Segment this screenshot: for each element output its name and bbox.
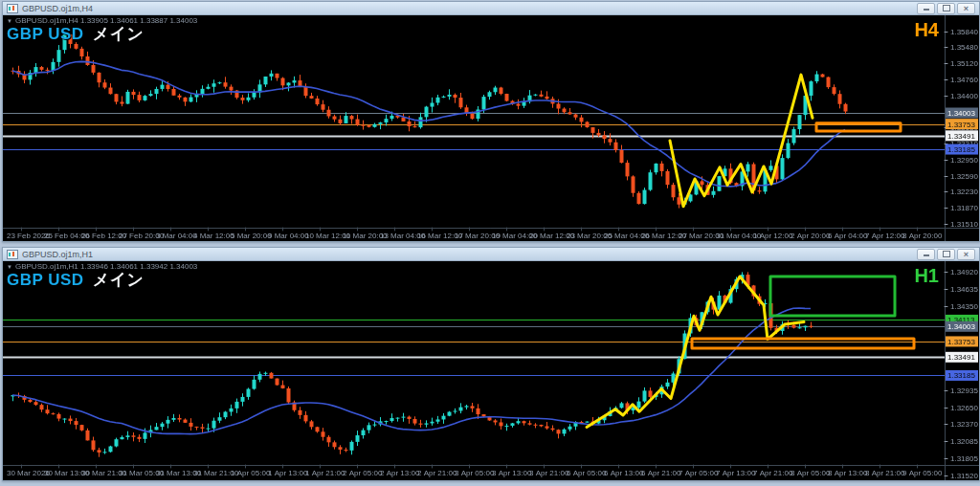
window-titlebar[interactable]: GBPUSD.oj1m,H4 × xyxy=(3,2,979,15)
chart-watermark: GBP USDメイン xyxy=(7,23,144,45)
restore-icon xyxy=(943,5,950,11)
chart-window-icon xyxy=(7,4,18,13)
maximize-icon xyxy=(943,251,950,257)
window-titlebar[interactable]: GBPUSD.oj1m,H1 × xyxy=(3,248,979,261)
chart-window-icon xyxy=(7,250,18,259)
window-title: GBPUSD.oj1m,H1 xyxy=(22,250,917,259)
watermark-symbol: GBP USD xyxy=(7,271,84,289)
close-button[interactable]: × xyxy=(957,3,975,14)
chart-window-h4: GBPUSD.oj1m,H4 × ▼GBPUSD.oj1m,H4 1.33905… xyxy=(2,1,980,242)
close-button[interactable]: × xyxy=(957,249,975,260)
maximize-button[interactable] xyxy=(937,249,955,260)
window-title: GBPUSD.oj1m,H4 xyxy=(22,4,917,13)
window-controls: × xyxy=(917,249,975,260)
close-icon: × xyxy=(964,251,969,258)
mt4-workspace: { "app": {"frame_color": "#b6c6da"}, "wi… xyxy=(0,0,980,486)
h4-chart-canvas[interactable] xyxy=(3,15,979,241)
chart-area-h1: ▼GBPUSD.oj1m,H1 1.33946 1.34061 1.33942 … xyxy=(3,261,979,480)
minimize-button[interactable] xyxy=(917,3,935,14)
restore-button[interactable] xyxy=(937,3,955,14)
timeframe-badge-h4: H4 xyxy=(914,19,939,41)
watermark-note: メイン xyxy=(93,271,145,289)
close-icon: × xyxy=(964,5,969,12)
h1-chart-canvas[interactable] xyxy=(3,261,979,480)
minimize-icon xyxy=(924,9,929,11)
watermark-note: メイン xyxy=(93,25,145,43)
minimize-icon xyxy=(924,254,929,256)
chart-watermark: GBP USDメイン xyxy=(7,269,144,291)
minimize-button[interactable] xyxy=(917,249,935,260)
chart-window-h1: GBPUSD.oj1m,H1 × ▼GBPUSD.oj1m,H1 1.33946… xyxy=(2,247,980,481)
watermark-symbol: GBP USD xyxy=(7,25,84,43)
window-controls: × xyxy=(917,3,975,14)
timeframe-badge-h1: H1 xyxy=(914,265,939,287)
chart-area-h4: ▼GBPUSD.oj1m,H4 1.33905 1.34061 1.33887 … xyxy=(3,15,979,241)
